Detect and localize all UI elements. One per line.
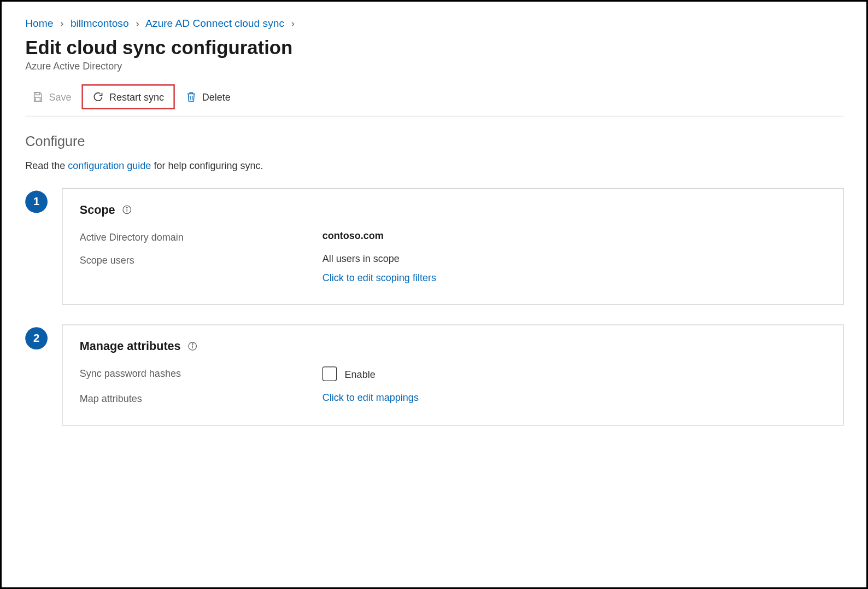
- scope-card-title: Scope: [80, 203, 115, 217]
- scope-card: Scope Active Directory domain contoso.co…: [62, 188, 843, 305]
- page-subtitle: Azure Active Directory: [25, 60, 844, 71]
- map-attributes-label: Map attributes: [80, 392, 322, 404]
- scope-users-label: Scope users: [80, 253, 322, 283]
- delete-button-label: Delete: [202, 91, 231, 102]
- breadcrumb-item-service[interactable]: Azure AD Connect cloud sync: [145, 18, 284, 28]
- trash-icon: [185, 91, 197, 103]
- toolbar: Save Restart sync D: [25, 83, 844, 116]
- info-icon[interactable]: [187, 341, 200, 353]
- intro-after: for help configuring sync.: [154, 160, 263, 171]
- restart-sync-highlight: Restart sync: [82, 84, 175, 109]
- enable-checkbox-label: Enable: [345, 368, 376, 379]
- chevron-right-icon: ›: [291, 18, 295, 28]
- step-scope: 1 Scope Active Directory domain contoso.…: [25, 188, 844, 305]
- restart-sync-button[interactable]: Restart sync: [86, 87, 171, 107]
- step-manage-attributes: 2 Manage attributes Sync password hashes: [25, 324, 844, 425]
- svg-point-4: [126, 207, 127, 208]
- section-heading: Configure: [25, 133, 844, 149]
- domain-label: Active Directory domain: [80, 230, 322, 243]
- edit-scoping-filters-link[interactable]: Click to edit scoping filters: [322, 272, 436, 283]
- step-number-1: 1: [25, 191, 48, 213]
- chevron-right-icon: ›: [136, 18, 139, 28]
- enable-checkbox[interactable]: [322, 366, 337, 381]
- restart-icon: [92, 91, 104, 103]
- svg-rect-0: [36, 92, 39, 95]
- step-number-2: 2: [25, 327, 48, 349]
- manage-attributes-card: Manage attributes Sync password hashes E…: [62, 324, 843, 425]
- chevron-right-icon: ›: [60, 18, 63, 28]
- intro-before: Read the: [25, 160, 68, 171]
- manage-attributes-card-title: Manage attributes: [80, 340, 181, 353]
- breadcrumb: Home › billmcontoso › Azure AD Connect c…: [25, 18, 844, 30]
- configuration-guide-link[interactable]: configuration guide: [68, 160, 151, 171]
- page-title: Edit cloud sync configuration: [25, 37, 844, 59]
- steps-list: 1 Scope Active Directory domain contoso.…: [25, 188, 844, 425]
- scope-users-value: All users in scope: [322, 253, 436, 264]
- svg-point-7: [192, 343, 193, 345]
- domain-value: contoso.com: [322, 230, 384, 243]
- restart-sync-button-label: Restart sync: [109, 91, 164, 102]
- breadcrumb-item-home[interactable]: Home: [25, 18, 53, 28]
- edit-mappings-link[interactable]: Click to edit mappings: [322, 392, 419, 403]
- save-button-label: Save: [49, 91, 71, 102]
- sync-password-hashes-label: Sync password hashes: [80, 366, 322, 381]
- info-icon[interactable]: [122, 204, 134, 216]
- breadcrumb-item-tenant[interactable]: billmcontoso: [71, 18, 129, 28]
- svg-rect-1: [36, 97, 40, 101]
- save-icon: [32, 91, 44, 103]
- delete-button[interactable]: Delete: [178, 87, 237, 107]
- save-button[interactable]: Save: [25, 87, 78, 107]
- intro-text: Read the configuration guide for help co…: [25, 160, 844, 171]
